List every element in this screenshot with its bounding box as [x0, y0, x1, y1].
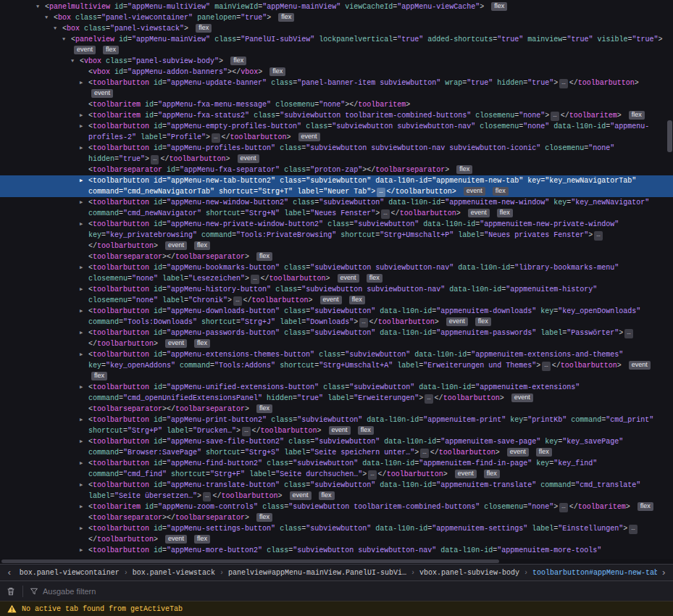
tag-token[interactable]: panelview: [75, 36, 114, 43]
attr-value-token[interactable]: "key_openDownloads": [558, 307, 640, 315]
vertical-scrollbar-thumb[interactable]: [667, 120, 672, 152]
attr-value-token[interactable]: "appMenu-fxa-status2": [158, 112, 249, 120]
collapse-twisty-icon[interactable]: ▶: [80, 175, 88, 197]
markup-node[interactable]: ▶<toolbarbutton id="appMenu-bookmarks-bu…: [0, 262, 673, 284]
closing-tag-token[interactable]: toolbarbutton: [561, 362, 617, 370]
closing-tag-token[interactable]: toolbarbutton: [261, 427, 317, 435]
attr-name-token[interactable]: data-l10n-id: [375, 525, 427, 533]
tag-token[interactable]: toolbarbutton: [93, 438, 149, 446]
event-badge[interactable]: event: [338, 274, 359, 283]
tag-token[interactable]: toolbarbutton: [93, 177, 149, 185]
attr-name-token[interactable]: class: [327, 220, 349, 228]
attr-value-token[interactable]: "none": [519, 112, 545, 120]
attr-value-token[interactable]: "key_newNavigator": [571, 199, 649, 207]
markup-node[interactable]: ▼<panelmultiview id="appMenu-multiView" …: [0, 1, 673, 12]
tag-token[interactable]: toolbarbutton: [93, 144, 149, 152]
collapse-twisty-icon[interactable]: ▶: [80, 501, 88, 512]
inline-children-marker[interactable]: …: [242, 427, 250, 436]
attr-value-token[interactable]: "cmd_print": [606, 416, 653, 424]
attr-name-token[interactable]: class: [75, 14, 97, 22]
event-badge[interactable]: event: [511, 394, 533, 402]
markup-node[interactable]: ▶<toolbarbutton id="appMenu-save-file-bu…: [0, 436, 673, 458]
attr-value-token[interactable]: "Lesezeichen": [188, 275, 245, 283]
attr-name-token[interactable]: shortcut: [206, 209, 241, 217]
closing-tag-token[interactable]: toolbarbutton: [387, 470, 443, 478]
closing-tag-token[interactable]: toolbarbutton: [252, 296, 309, 304]
attr-name-token[interactable]: id: [145, 503, 154, 511]
attr-name-token[interactable]: class: [280, 144, 301, 152]
attr-name-token[interactable]: data-l10n-id: [419, 383, 471, 391]
attr-value-token[interactable]: "Strg+J": [241, 318, 275, 326]
attr-value-token[interactable]: "appMenu-viewCache": [397, 3, 480, 11]
attr-value-token[interactable]: "subviewbutton": [310, 329, 375, 337]
attr-name-token[interactable]: id: [154, 416, 162, 424]
closing-tag-token[interactable]: toolbarbutton: [396, 188, 452, 196]
attr-value-token[interactable]: "appmenuitem-passwords": [436, 329, 536, 337]
markup-node[interactable]: <toolbaritem id="appMenu-fxa-menu-messag…: [0, 99, 673, 110]
markup-node[interactable]: ▶<toolbarbutton id="appMenu-more-button2…: [0, 545, 673, 556]
attr-name-token[interactable]: class: [267, 546, 288, 554]
attr-value-token[interactable]: "appmenuitem-new-tab": [432, 177, 523, 185]
event-badge[interactable]: event: [91, 89, 113, 98]
tag-token[interactable]: toolbaritem: [93, 101, 141, 109]
collapse-twisty-icon[interactable]: ▶: [80, 436, 88, 458]
collapse-twisty-icon[interactable]: ▶: [80, 219, 88, 251]
attr-value-token[interactable]: "Strg+F": [210, 470, 245, 478]
attr-name-token[interactable]: wrap: [445, 79, 462, 87]
breadcrumb-item[interactable]: box.panel-viewstack: [129, 567, 219, 578]
event-badge[interactable]: event: [298, 133, 320, 141]
attr-name-token[interactable]: data-l10n-id: [414, 351, 467, 359]
tag-token[interactable]: toolbarbutton: [93, 286, 149, 294]
attr-value-token[interactable]: "subviewbutton": [306, 177, 371, 185]
attr-name-token[interactable]: command: [201, 231, 232, 239]
flex-badge[interactable]: flex: [194, 535, 210, 544]
attr-name-token[interactable]: closemenu: [275, 101, 314, 109]
attr-name-token[interactable]: visible: [597, 36, 627, 43]
inline-children-marker[interactable]: …: [368, 470, 376, 480]
attr-name-token[interactable]: closemenu: [545, 144, 584, 152]
attr-value-token[interactable]: "cmd_newNavigator": [123, 209, 201, 217]
inline-children-marker[interactable]: …: [624, 329, 632, 338]
closing-tag-token[interactable]: vbox: [241, 68, 258, 76]
tag-token[interactable]: toolbarbutton: [93, 351, 149, 359]
flex-badge[interactable]: flex: [638, 502, 653, 511]
attr-value-token[interactable]: "cmd_openUnifiedExtensionsPanel": [123, 394, 262, 402]
attr-value-token[interactable]: "true": [467, 79, 493, 87]
attr-value-token[interactable]: "subviewbutton": [310, 307, 375, 315]
markup-node[interactable]: ▶<toolbaritem id="appMenu-fxa-status2" c…: [0, 110, 673, 121]
attr-value-token[interactable]: "true": [297, 394, 323, 402]
inline-children-marker[interactable]: …: [551, 112, 559, 121]
attr-name-token[interactable]: class: [271, 416, 293, 424]
attr-name-token[interactable]: shortcut: [219, 188, 254, 196]
collapse-twisty-icon[interactable]: ▶: [80, 143, 88, 165]
attr-name-token[interactable]: command: [88, 209, 119, 217]
attr-name-token[interactable]: hidden: [88, 155, 114, 163]
attr-name-token[interactable]: data-l10n-id: [423, 220, 475, 228]
flex-badge[interactable]: flex: [194, 241, 210, 250]
event-badge[interactable]: event: [468, 209, 490, 217]
attr-value-token[interactable]: "cmd_translate": [575, 481, 640, 489]
attr-name-token[interactable]: class: [275, 286, 297, 294]
attr-name-token[interactable]: command: [88, 449, 119, 457]
attr-name-token[interactable]: id: [154, 383, 162, 391]
tag-token[interactable]: toolbarbutton: [93, 307, 149, 315]
event-badge[interactable]: event: [165, 339, 187, 348]
flex-badge[interactable]: flex: [497, 209, 513, 217]
flex-badge[interactable]: flex: [456, 165, 472, 174]
markup-node[interactable]: ▶<toolbarbutton id="appMenu-downloads-bu…: [0, 306, 673, 328]
attr-name-token[interactable]: panelopen: [197, 14, 236, 22]
attr-name-token[interactable]: id: [154, 264, 162, 272]
attr-value-token[interactable]: "Tools:Addons": [214, 362, 275, 370]
attr-name-token[interactable]: hidden: [267, 394, 293, 402]
tag-token[interactable]: toolbarseparator: [93, 253, 162, 261]
attr-name-token[interactable]: closemenu: [475, 112, 514, 120]
flex-badge[interactable]: flex: [536, 448, 552, 457]
attr-value-token[interactable]: "appmenuitem-print": [423, 416, 506, 424]
expand-twisty-icon[interactable]: ▼: [54, 23, 62, 34]
inline-children-marker[interactable]: …: [542, 362, 550, 371]
attr-name-token[interactable]: data-l10n-id: [380, 481, 432, 489]
event-badge[interactable]: event: [74, 46, 96, 54]
collapse-twisty-icon[interactable]: ▶: [80, 121, 88, 143]
inline-children-marker[interactable]: …: [381, 209, 389, 219]
markup-node[interactable]: <vbox id="appMenu-addon-banners"></vbox>…: [0, 67, 673, 78]
